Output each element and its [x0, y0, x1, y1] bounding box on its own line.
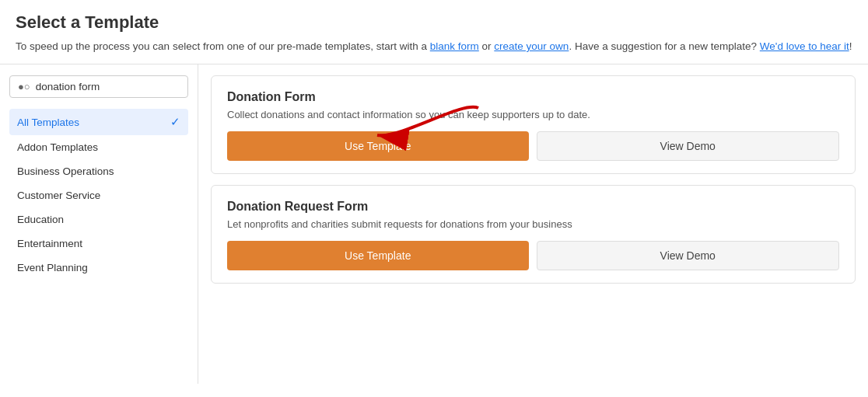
use-template-button-1[interactable]: Use Template: [227, 241, 529, 270]
sidebar-item-label: Business Operations: [17, 165, 114, 177]
template-list: Donation FormCollect donations and conta…: [198, 64, 868, 294]
template-name: Donation Request Form: [227, 200, 839, 214]
main-content: ●○ All Templates✓Addon TemplatesBusiness…: [0, 64, 868, 384]
template-card-0: Donation FormCollect donations and conta…: [211, 75, 856, 174]
subtitle-text-2: or: [479, 40, 495, 52]
create-own-link[interactable]: create your own: [494, 40, 569, 52]
template-description: Let nonprofits and charities submit requ…: [227, 218, 839, 230]
sidebar-item-entertainment[interactable]: Entertainment: [9, 232, 188, 256]
page-header: Select a Template To speed up the proces…: [0, 0, 868, 64]
sidebar-item-label: All Templates: [17, 117, 79, 128]
sidebar-item-label: Customer Service: [17, 190, 100, 201]
active-checkmark-icon: ✓: [170, 115, 180, 129]
view-demo-button-0[interactable]: View Demo: [537, 131, 840, 161]
sidebar-item-business-operations[interactable]: Business Operations: [9, 159, 188, 183]
page-subtitle: To speed up the process you can select f…: [16, 39, 852, 54]
subtitle-end: !: [849, 40, 852, 52]
sidebar-item-label: Education: [17, 214, 64, 225]
sidebar-item-label: Event Planning: [17, 262, 88, 273]
view-demo-button-1[interactable]: View Demo: [537, 241, 840, 270]
template-actions: Use TemplateView Demo: [227, 131, 839, 161]
sidebar-item-education[interactable]: Education: [9, 207, 188, 232]
page-title: Select a Template: [16, 12, 852, 33]
sidebar-item-addon-templates[interactable]: Addon Templates: [9, 135, 188, 159]
template-description: Collect donations and contact informatio…: [227, 109, 839, 120]
blank-form-link[interactable]: blank form: [430, 40, 479, 52]
use-template-button-0[interactable]: Use Template: [227, 131, 529, 161]
sidebar-item-customer-service[interactable]: Customer Service: [9, 183, 188, 207]
search-box[interactable]: ●○: [9, 75, 188, 98]
sidebar-item-event-planning[interactable]: Event Planning: [9, 256, 188, 280]
sidebar-item-all-templates[interactable]: All Templates✓: [9, 109, 188, 135]
subtitle-text-3: . Have a suggestion for a new template?: [569, 40, 759, 52]
search-icon: ●○: [18, 81, 30, 92]
sidebar: ●○ All Templates✓Addon TemplatesBusiness…: [0, 64, 198, 384]
suggestion-link[interactable]: We'd love to hear it: [760, 40, 849, 52]
sidebar-item-label: Addon Templates: [17, 141, 98, 153]
template-name: Donation Form: [227, 90, 839, 104]
subtitle-text-1: To speed up the process you can select f…: [16, 40, 430, 52]
template-actions: Use TemplateView Demo: [227, 241, 839, 270]
search-input[interactable]: [36, 81, 180, 92]
nav-items-container: All Templates✓Addon TemplatesBusiness Op…: [9, 109, 188, 280]
template-cards-wrapper: Donation FormCollect donations and conta…: [198, 64, 868, 384]
sidebar-item-label: Entertainment: [17, 238, 82, 249]
template-card-1: Donation Request FormLet nonprofits and …: [211, 185, 856, 284]
